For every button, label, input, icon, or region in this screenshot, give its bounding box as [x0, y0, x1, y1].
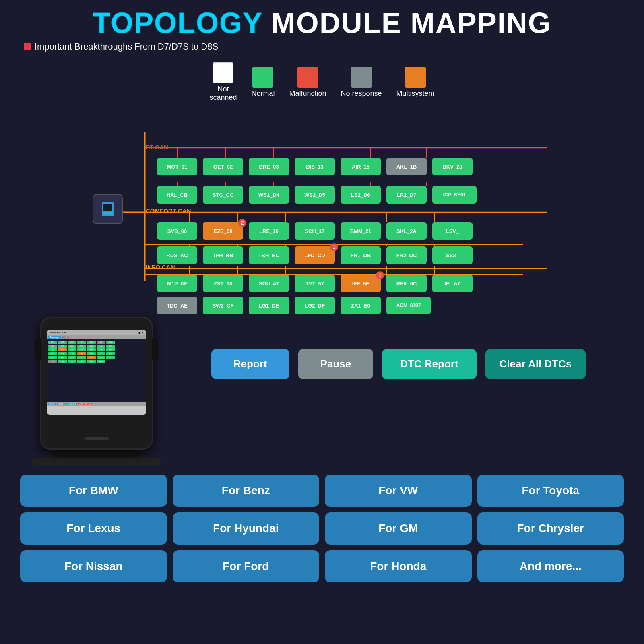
- legend-box-no-response: [351, 67, 372, 88]
- node-TDC_AE[interactable]: TDC_AE: [157, 297, 197, 314]
- node-WS2_D5[interactable]: WS2_D5: [295, 186, 335, 204]
- screen-dtc-btn[interactable]: DTC Report: [65, 402, 77, 405]
- node-LG1_DE[interactable]: LG1_DE: [249, 297, 289, 314]
- node-MOT_01[interactable]: MOT_01: [157, 158, 197, 175]
- hyundai-button[interactable]: For Hyundai: [173, 512, 320, 545]
- node-TFH_BB[interactable]: TFH_BB: [203, 246, 243, 264]
- node-BMM_21[interactable]: BMM_21: [341, 222, 381, 240]
- gm-button[interactable]: For GM: [325, 512, 472, 545]
- row-5-nodes: TDC_AE SW2_CF LG1_DE LG2_DF ZA1_E0 ACM_8…: [157, 297, 431, 314]
- scanner-body: Automatic Scan ▣ ✕ Topology List MOT GET…: [40, 317, 153, 450]
- node-RDS_AC[interactable]: RDS_AC: [157, 246, 197, 264]
- node-HAL_CB[interactable]: HAL_CB: [157, 186, 197, 204]
- legend-no-response: No response: [341, 67, 382, 98]
- dtc-report-button[interactable]: DTC Report: [382, 349, 476, 379]
- scan-device-icon: [93, 194, 123, 224]
- brand-grid: For BMW For Benz For VW For Toyota For L…: [0, 469, 644, 588]
- nissan-button[interactable]: For Nissan: [20, 550, 167, 582]
- node-AIR_15[interactable]: AIR_15: [341, 158, 381, 175]
- node-BRE_03[interactable]: BRE_03: [249, 158, 289, 175]
- node-LFD_CD[interactable]: LFD_CD 1: [295, 246, 335, 264]
- node-LS2_D6[interactable]: LS2_D6: [341, 186, 381, 204]
- legend-not-scanned: Notscanned: [209, 62, 237, 102]
- node-SOU_47[interactable]: SOU_47: [249, 275, 289, 292]
- row-4-nodes: M1P_0E ZST_18 SOU_47 TVT_57 IFE_5F 1 RFK…: [157, 275, 473, 292]
- screen-pause-btn[interactable]: Pause: [57, 402, 64, 405]
- legend-box-malfunction: [297, 67, 318, 88]
- node-EZE_09[interactable]: EZE_09 2: [203, 222, 243, 240]
- benz-button[interactable]: For Benz: [173, 475, 320, 507]
- svg-rect-51: [103, 213, 112, 214]
- scanner-handle-left: [35, 338, 41, 360]
- ford-button[interactable]: For Ford: [173, 550, 320, 582]
- pt-can-label: PT CAN: [146, 144, 168, 151]
- screen-tabs: Topology List: [47, 335, 146, 339]
- legend-box-multisystem: [405, 67, 426, 88]
- badge-IFE_5F: 1: [376, 271, 384, 279]
- node-ACM_8107[interactable]: ACM_8107: [386, 297, 431, 314]
- main-title: TOPOLOGY MODULE MAPPING: [8, 7, 636, 39]
- node-LSV_[interactable]: LSV_: [432, 222, 473, 240]
- node-FR1_DB[interactable]: FR1_DB: [341, 246, 381, 264]
- node-LR2_D7[interactable]: LR2_D7: [386, 186, 427, 204]
- node-SVB_06[interactable]: SVB_06: [157, 222, 197, 240]
- node-SKL_2A[interactable]: SKL_2A: [386, 222, 427, 240]
- node-ZST_18[interactable]: ZST_18: [203, 275, 243, 292]
- node-SW2_CF[interactable]: SW2_CF: [203, 297, 243, 314]
- screen-topbar: Automatic Scan ▣ ✕: [47, 330, 146, 335]
- node-SS2_[interactable]: SS2_: [432, 246, 473, 264]
- legend: Notscanned Normal Malfunction No respons…: [0, 58, 644, 107]
- subtitle: Important Breakthroughs From D7/D7S to D…: [8, 39, 636, 54]
- title-topology: TOPOLOGY: [93, 7, 262, 39]
- node-TVT_57[interactable]: TVT_57: [295, 275, 335, 292]
- node-IFI_A7[interactable]: IFI_A7: [432, 275, 473, 292]
- node-STG_CC[interactable]: STG_CC: [203, 186, 243, 204]
- lexus-button[interactable]: For Lexus: [20, 512, 167, 545]
- report-button[interactable]: Report: [211, 349, 289, 379]
- vw-button[interactable]: For VW: [325, 475, 472, 507]
- node-M1P_0E[interactable]: M1P_0E: [157, 275, 197, 292]
- node-ICP_BE01[interactable]: ICP_BE01: [432, 186, 477, 204]
- node-ZA1_E0[interactable]: ZA1_E0: [341, 297, 381, 314]
- node-LG2_DF[interactable]: LG2_DF: [295, 297, 335, 314]
- node-IFE_5F[interactable]: IFE_5F 1: [341, 275, 381, 292]
- node-BKV_23[interactable]: BKV_23: [432, 158, 473, 175]
- node-LRE_16[interactable]: LRE_16: [249, 222, 289, 240]
- toyota-button[interactable]: For Toyota: [477, 475, 624, 507]
- node-GET_02[interactable]: GET_02: [203, 158, 243, 175]
- node-FR2_DC[interactable]: FR2_DC: [386, 246, 427, 264]
- row-1-nodes: HAL_CB STG_CC WS1_D4 WS2_D5 LS2_D6 LR2_D…: [157, 186, 477, 204]
- node-WS1_D4[interactable]: WS1_D4: [249, 186, 289, 204]
- screen-mini-buttons: Report Pause DTC Report Clear All DTCs: [47, 402, 146, 406]
- honda-button[interactable]: For Honda: [325, 550, 472, 582]
- scanner-screen: Automatic Scan ▣ ✕ Topology List MOT GET…: [47, 330, 146, 415]
- scanner-handle-right: [152, 338, 158, 360]
- legend-box-normal: [252, 67, 273, 88]
- node-AKL_1B[interactable]: AKL_1B: [386, 158, 427, 175]
- topology-diagram: PT CAN COMFORT CAN INFO CAN MOT_01 GET_0…: [80, 107, 564, 317]
- clear-dtc-button[interactable]: Clear All DTCs: [485, 349, 586, 379]
- legend-multisystem: Multisystem: [396, 67, 435, 98]
- node-TBH_BC[interactable]: TBH_BC: [249, 246, 289, 264]
- legend-normal: Normal: [251, 67, 275, 98]
- badge-EZE_09: 2: [238, 219, 246, 227]
- screen-report-btn[interactable]: Report: [48, 402, 56, 405]
- node-DIS_13[interactable]: DIS_13: [295, 158, 335, 175]
- scanner-stand: [52, 450, 141, 458]
- title-module-mapping: MODULE MAPPING: [262, 7, 551, 39]
- scanner-home-btn[interactable]: [85, 437, 109, 440]
- row-0-nodes: MOT_01 GET_02 BRE_03 DIS_13 AIR_15 AKL_1…: [157, 158, 473, 175]
- legend-malfunction: Malfunction: [289, 67, 326, 98]
- node-RFK_6C[interactable]: RFK_6C: [386, 275, 427, 292]
- device-svg: [100, 201, 116, 217]
- pause-button[interactable]: Pause: [298, 349, 374, 379]
- chrysler-button[interactable]: For Chrysler: [477, 512, 624, 545]
- row-2-nodes: SVB_06 EZE_09 2 LRE_16 SCH_17 BMM_21 SKL…: [157, 222, 473, 240]
- scanner-device: Automatic Scan ▣ ✕ Topology List MOT GET…: [32, 317, 161, 465]
- bmw-button[interactable]: For BMW: [20, 475, 167, 507]
- node-SCH_17[interactable]: SCH_17: [295, 222, 335, 240]
- row-3-nodes: RDS_AC TFH_BB TBH_BC LFD_CD 1 FR1_DB FR2…: [157, 246, 473, 264]
- action-buttons-row: Report Pause DTC Report Clear All DTCs: [185, 349, 612, 379]
- screen-clear-btn[interactable]: Clear All DTCs: [78, 402, 92, 405]
- more-button[interactable]: And more...: [477, 550, 624, 582]
